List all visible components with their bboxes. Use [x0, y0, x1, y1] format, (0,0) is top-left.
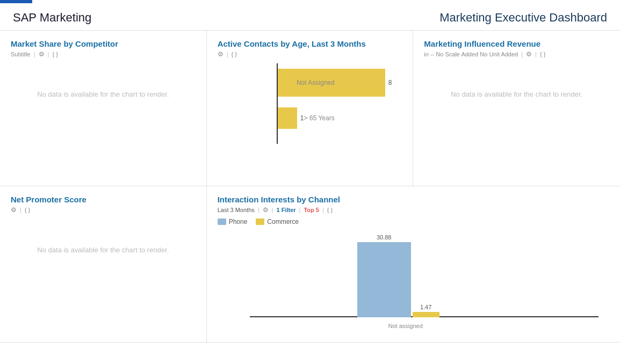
card-active-contacts-subtitle: ⚙ | { }	[218, 50, 402, 58]
bar-group-not-assigned: 30.88 1.47	[357, 234, 439, 317]
bar-label-65-years: > 65 Years	[277, 114, 335, 122]
legend-phone-label: Phone	[229, 218, 248, 225]
brace-icon-2[interactable]: { }	[232, 51, 237, 57]
bar-row-65-years: > 65 Years 1	[277, 107, 402, 129]
dashboard-grid: Market Share by Competitor Subtitle | ⚙ …	[0, 31, 620, 343]
no-data-market-share: No data is available for the chart to re…	[11, 90, 196, 98]
pipe-10: |	[322, 207, 324, 213]
pipe-8: |	[272, 207, 273, 213]
bar-row-not-assigned: Not Assigned 8	[277, 69, 402, 97]
bar-value-not-assigned: 8	[388, 79, 392, 86]
phone-bar-label: 30.88	[377, 234, 392, 241]
pipe-7: |	[258, 207, 259, 213]
x-axis-label-not-assigned: Not assigned	[352, 323, 459, 329]
subtitle-text: Subtitle	[11, 51, 31, 57]
card-marketing-revenue: Marketing Influenced Revenue in -- No Sc…	[413, 31, 620, 186]
pipe-9: |	[299, 207, 301, 213]
legend-phone: Phone	[218, 218, 248, 225]
card-interaction-subtitle: Last 3 Months | ⚙ | 1 Filter | Top 5 | {…	[218, 206, 609, 214]
brace-icon-3[interactable]: { }	[540, 51, 545, 57]
pipe-6: |	[20, 207, 21, 213]
card-net-promoter-title: Net Promoter Score	[11, 195, 196, 204]
pipe-3: |	[227, 51, 228, 57]
card-active-contacts-title: Active Contacts by Age, Last 3 Months	[218, 39, 402, 48]
brace-icon-1[interactable]: { }	[52, 51, 57, 57]
gear-icon-5[interactable]: ⚙	[263, 206, 269, 214]
pipe-5: |	[535, 51, 537, 57]
gear-icon-4[interactable]: ⚙	[11, 206, 17, 214]
gear-icon-1[interactable]: ⚙	[39, 50, 45, 58]
card-market-share-title: Market Share by Competitor	[11, 39, 196, 48]
commerce-bar-label: 1.47	[420, 304, 431, 310]
legend-phone-color	[218, 219, 226, 225]
no-data-revenue: No data is available for the chart to re…	[424, 90, 609, 98]
dashboard-title: Marketing Executive Dashboard	[439, 11, 607, 25]
card-interaction-title: Interaction Interests by Channel	[218, 195, 609, 204]
card-marketing-revenue-subtitle: in -- No Scale Added No Unit Added | ⚙ |…	[424, 50, 609, 58]
bar-label-not-assigned: Not Assigned	[277, 79, 335, 86]
card-net-promoter-subtitle: ⚙ | { }	[11, 206, 196, 214]
chart-legend: Phone Commerce	[218, 218, 609, 225]
card-interaction: Interaction Interests by Channel Last 3 …	[207, 186, 620, 343]
card-marketing-revenue-title: Marketing Influenced Revenue	[424, 39, 609, 48]
no-data-net-promoter: No data is available for the chart to re…	[11, 246, 196, 254]
interaction-chart-area: 30.88 1.47 Not assigned	[218, 232, 609, 333]
pipe-2: |	[48, 51, 49, 57]
app-title: SAP Marketing	[13, 11, 91, 25]
commerce-bar-group: 1.47	[413, 304, 439, 317]
card-active-contacts: Active Contacts by Age, Last 3 Months ⚙ …	[207, 31, 414, 186]
card-net-promoter: Net Promoter Score ⚙ | { } No data is av…	[0, 186, 207, 343]
commerce-bar-rect	[413, 312, 439, 317]
header: SAP Marketing Marketing Executive Dashbo…	[0, 3, 620, 31]
phone-bar-group: 30.88	[357, 234, 411, 317]
pipe-1: |	[34, 51, 35, 57]
gear-icon-3[interactable]: ⚙	[526, 50, 532, 58]
active-contacts-chart: Not Assigned 8 > 65 Years 1	[218, 63, 402, 144]
gear-icon-2[interactable]: ⚙	[218, 50, 224, 58]
phone-bar-rect	[357, 242, 411, 317]
legend-commerce-color	[256, 219, 264, 225]
brace-icon-4[interactable]: { }	[25, 207, 30, 213]
revenue-subtitle-text: in -- No Scale Added No Unit Added	[424, 51, 518, 57]
brace-icon-5[interactable]: { }	[327, 207, 333, 213]
pipe-4: |	[521, 51, 523, 57]
legend-commerce: Commerce	[256, 218, 299, 225]
top-badge[interactable]: Top 5	[304, 207, 319, 213]
filter-badge[interactable]: 1 Filter	[276, 207, 295, 213]
card-market-share: Market Share by Competitor Subtitle | ⚙ …	[0, 31, 207, 186]
subtitle-last3months: Last 3 Months	[218, 207, 255, 213]
legend-commerce-label: Commerce	[267, 218, 299, 225]
card-market-share-subtitle: Subtitle | ⚙ | { }	[11, 50, 196, 58]
